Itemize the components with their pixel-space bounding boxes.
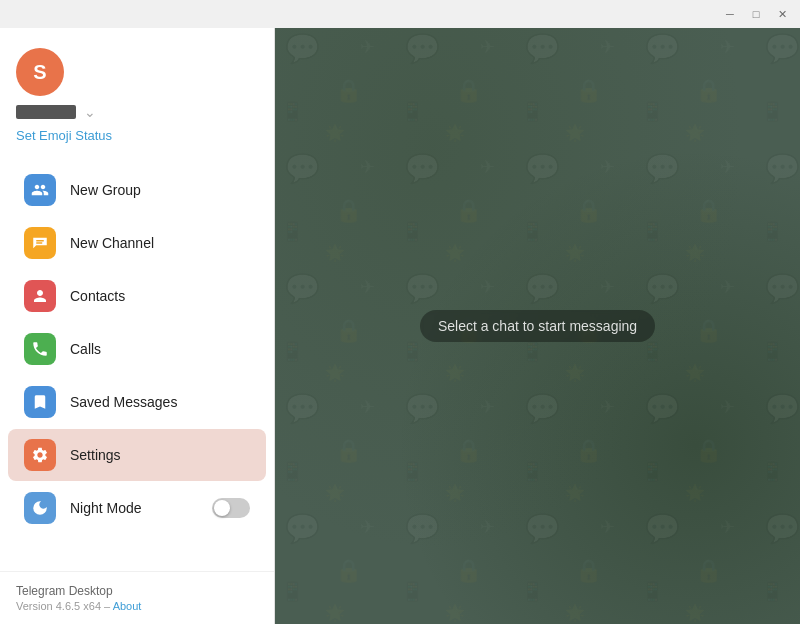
sidebar-item-calls[interactable]: Calls <box>8 323 266 375</box>
set-emoji-status-link[interactable]: Set Emoji Status <box>16 128 258 143</box>
maximize-button[interactable]: □ <box>746 4 766 24</box>
username-bar <box>16 105 76 119</box>
group-icon <box>24 174 56 206</box>
profile-section: S ⌄ Set Emoji Status <box>0 28 274 155</box>
sidebar-item-contacts[interactable]: Contacts <box>8 270 266 322</box>
sidebar-item-saved-messages[interactable]: Saved Messages <box>8 376 266 428</box>
minimize-button[interactable]: ─ <box>720 4 740 24</box>
sidebar-item-label-night-mode: Night Mode <box>70 500 198 516</box>
app-name-label: Telegram Desktop <box>16 584 258 598</box>
settings-icon <box>24 439 56 471</box>
sidebar-item-label-saved-messages: Saved Messages <box>70 394 250 410</box>
night-mode-toggle[interactable] <box>212 498 250 518</box>
sidebar-item-new-group[interactable]: New Group <box>8 164 266 216</box>
sidebar-item-label-contacts: Contacts <box>70 288 250 304</box>
sidebar-item-label-calls: Calls <box>70 341 250 357</box>
version-label: Version 4.6.5 x64 – About <box>16 600 258 612</box>
channel-icon <box>24 227 56 259</box>
close-button[interactable]: ✕ <box>772 4 792 24</box>
toggle-knob <box>214 500 230 516</box>
sidebar-footer: Telegram Desktop Version 4.6.5 x64 – Abo… <box>0 571 274 624</box>
about-link[interactable]: About <box>113 600 142 612</box>
sidebar-item-label-new-channel: New Channel <box>70 235 250 251</box>
title-bar: ─ □ ✕ <box>0 0 800 28</box>
sidebar-item-new-channel[interactable]: New Channel <box>8 217 266 269</box>
avatar[interactable]: S <box>16 48 64 96</box>
main-chat-area: 💬 🔒 ✈ 📱 🌟 Select a chat to start messagi… <box>275 28 800 624</box>
contacts-icon <box>24 280 56 312</box>
username-row: ⌄ <box>16 104 258 120</box>
sidebar-item-label-settings: Settings <box>70 447 250 463</box>
sidebar: S ⌄ Set Emoji Status New Group New C <box>0 28 275 624</box>
calls-icon <box>24 333 56 365</box>
menu-list: New Group New Channel Contacts <box>0 155 274 571</box>
saved-messages-icon <box>24 386 56 418</box>
chat-prompt: Select a chat to start messaging <box>420 310 655 342</box>
sidebar-item-night-mode[interactable]: Night Mode <box>8 482 266 534</box>
sidebar-item-label-new-group: New Group <box>70 182 250 198</box>
sidebar-item-settings[interactable]: Settings <box>8 429 266 481</box>
chevron-down-icon[interactable]: ⌄ <box>84 104 96 120</box>
night-mode-icon <box>24 492 56 524</box>
app-container: S ⌄ Set Emoji Status New Group New C <box>0 28 800 624</box>
